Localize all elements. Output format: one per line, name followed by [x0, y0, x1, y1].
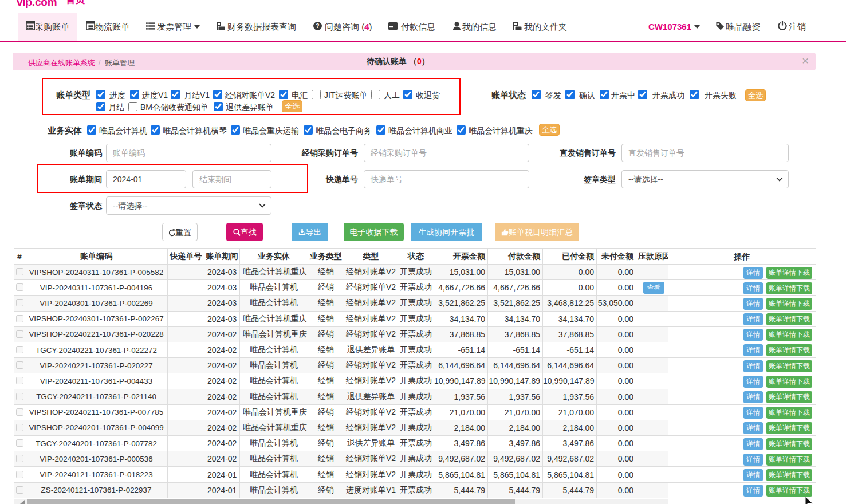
svg-text:?: ?: [316, 23, 319, 29]
